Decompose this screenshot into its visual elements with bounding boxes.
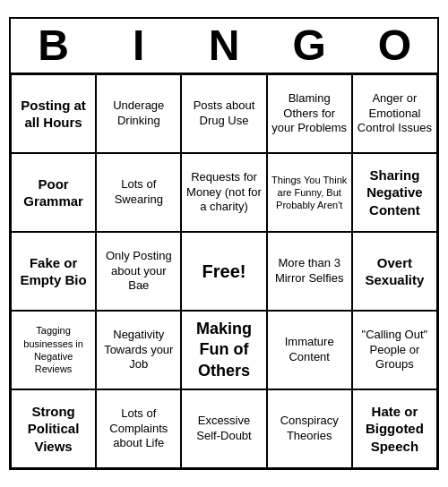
bingo-letter-O: O bbox=[352, 24, 437, 67]
bingo-cell-2: Posts about Drug Use bbox=[181, 74, 266, 153]
bingo-cell-3: Blaming Others for your Problems bbox=[267, 74, 352, 153]
bingo-header: BINGO bbox=[11, 19, 437, 74]
bingo-cell-8: Things You Think are Funny, But Probably… bbox=[267, 153, 352, 232]
bingo-cell-4: Anger or Emotional Control Issues bbox=[352, 74, 437, 153]
bingo-letter-I: I bbox=[96, 24, 181, 67]
bingo-cell-9: Sharing Negative Content bbox=[352, 153, 437, 232]
bingo-cell-18: Immature Content bbox=[267, 311, 352, 389]
bingo-cell-10: Fake or Empty Bio bbox=[11, 232, 96, 311]
bingo-letter-G: G bbox=[267, 24, 352, 67]
bingo-cell-0: Posting at all Hours bbox=[11, 74, 96, 153]
bingo-cell-12: Free! bbox=[181, 232, 266, 311]
bingo-cell-20: Strong Political Views bbox=[11, 389, 96, 468]
bingo-cell-1: Underage Drinking bbox=[96, 74, 181, 153]
bingo-cell-7: Requests for Money (not for a charity) bbox=[181, 153, 266, 232]
bingo-cell-6: Lots of Swearing bbox=[96, 153, 181, 232]
bingo-cell-14: Overt Sexuality bbox=[352, 232, 437, 311]
bingo-letter-N: N bbox=[181, 24, 266, 67]
bingo-cell-15: Tagging businesses in Negative Reviews bbox=[11, 311, 96, 389]
bingo-letter-B: B bbox=[11, 24, 96, 67]
bingo-grid: Posting at all HoursUnderage DrinkingPos… bbox=[11, 74, 437, 468]
bingo-cell-16: Negativity Towards your Job bbox=[96, 311, 181, 389]
bingo-cell-11: Only Posting about your Bae bbox=[96, 232, 181, 311]
bingo-cell-5: Poor Grammar bbox=[11, 153, 96, 232]
bingo-cell-13: More than 3 Mirror Selfies bbox=[267, 232, 352, 311]
bingo-cell-22: Excessive Self-Doubt bbox=[181, 389, 266, 468]
bingo-cell-21: Lots of Complaints about Life bbox=[96, 389, 181, 468]
bingo-cell-23: Conspiracy Theories bbox=[267, 389, 352, 468]
bingo-cell-19: "Calling Out" People or Groups bbox=[352, 311, 437, 389]
bingo-cell-17: Making Fun of Others bbox=[181, 311, 266, 389]
bingo-card: BINGO Posting at all HoursUnderage Drink… bbox=[9, 17, 439, 470]
bingo-cell-24: Hate or Biggoted Speech bbox=[352, 389, 437, 468]
